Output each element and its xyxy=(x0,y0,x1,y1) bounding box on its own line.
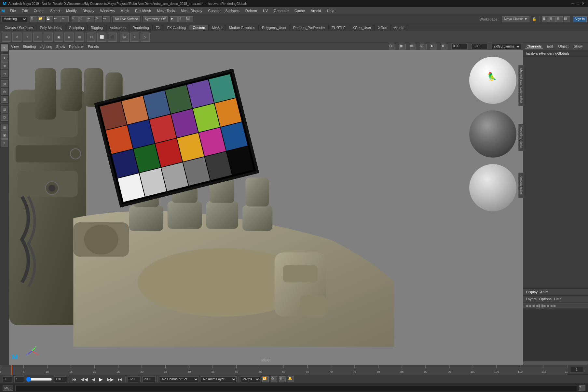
play-end-btn[interactable]: ⏭ xyxy=(117,377,123,382)
rotate-tool-btn[interactable]: ↻ xyxy=(1,62,8,69)
shelf-tab-rigging[interactable]: Rigging xyxy=(88,25,106,30)
vp-tb-icon-1[interactable]: ⬡ xyxy=(389,44,395,49)
menu-item-cache[interactable]: Cache xyxy=(292,8,308,13)
shelf-tab-fx[interactable]: FX xyxy=(153,25,164,30)
menu-item-mesh[interactable]: Mesh xyxy=(118,8,132,13)
tb-icon-4[interactable]: ↩ xyxy=(54,16,61,22)
play-start-btn[interactable]: ⏮ xyxy=(71,377,78,382)
shelf-icon-4[interactable]: ○ xyxy=(33,33,42,42)
play-step-back-btn[interactable]: ◀◀ xyxy=(80,377,89,382)
menu-item-help[interactable]: Help xyxy=(324,8,337,13)
tb-icon-2[interactable]: 📁 xyxy=(38,16,45,22)
layout-icon-2[interactable]: ⊞ xyxy=(549,16,556,22)
modeling-toolkit-toggle[interactable]: Modelling Toolkit xyxy=(518,124,524,151)
vp-menu-shading[interactable]: Shading xyxy=(23,45,36,49)
help-line-icon[interactable]: ? xyxy=(579,385,585,391)
shelf-icon-8[interactable]: ⊞ xyxy=(75,33,84,42)
nav-last[interactable]: ▶▶ xyxy=(551,303,556,308)
shelf-tab-rendering[interactable]: Rendering xyxy=(129,25,153,30)
shelf-icon-7[interactable]: ◈ xyxy=(64,33,74,42)
menu-item-arnold[interactable]: Arnold xyxy=(308,8,324,13)
menu-item-select[interactable]: Select xyxy=(48,8,63,13)
frame-slider-end[interactable] xyxy=(54,376,67,382)
shelf-tab-poly_modeling[interactable]: Poly Modeling xyxy=(36,25,66,30)
tab-show[interactable]: Show xyxy=(572,44,584,49)
snap-tool-btn[interactable]: ⊕ xyxy=(1,80,8,87)
play-step-fwd-btn[interactable]: ▶▶ xyxy=(106,377,115,382)
nav-prev-big[interactable]: ◀ xyxy=(532,303,535,308)
maximize-button[interactable]: □ xyxy=(576,1,580,6)
menu-item-mesh tools[interactable]: Mesh Tools xyxy=(154,8,177,13)
bc-icon-4[interactable]: 🔔 xyxy=(288,376,294,382)
timeline-ruler[interactable]: 0510152025303540455055606570758085909510… xyxy=(0,365,567,375)
menu-item-file[interactable]: File xyxy=(7,8,19,13)
nav-prev[interactable]: ◀▮ xyxy=(535,303,540,308)
vp-tb-icon-3[interactable]: ⊞ xyxy=(410,44,416,49)
play-forward-btn[interactable]: ▶ xyxy=(98,377,104,382)
menu-item-curves[interactable]: Curves xyxy=(206,8,222,13)
shelf-tab-radeon_prorender[interactable]: Radeon_ProRender xyxy=(290,25,329,30)
scale-tool-btn[interactable]: ⇔ xyxy=(1,70,8,77)
anim-layer-dropdown[interactable]: No Anim Layer xyxy=(201,376,237,382)
sidebar-scrollbar[interactable] xyxy=(523,361,588,365)
bc-icon-2[interactable]: ⬡ xyxy=(271,376,277,382)
render-settings-icon[interactable]: 🎞 xyxy=(186,16,193,22)
shelf-tab-xgen_user[interactable]: XGen_User xyxy=(349,25,375,30)
menu-item-edit mesh[interactable]: Edit Mesh xyxy=(132,8,154,13)
menu-item-modify[interactable]: Modify xyxy=(63,8,79,13)
select-tool-icon[interactable]: ↖ xyxy=(72,16,79,22)
vp-tb-icon-4[interactable]: ◎ xyxy=(420,44,427,49)
list-view-btn[interactable]: ≡ xyxy=(1,139,8,147)
shelf-icon-14[interactable]: ▷ xyxy=(141,33,150,42)
vp-menu-lighting[interactable]: Lighting xyxy=(40,45,52,49)
options-btn[interactable]: Options xyxy=(539,297,552,301)
character-set-dropdown[interactable]: No Character Set xyxy=(160,376,199,382)
layout-icon-3[interactable]: ⊟ xyxy=(556,16,563,22)
fps-dropdown[interactable]: 24 fps xyxy=(241,376,260,382)
select-tool-btn[interactable]: ↖ xyxy=(1,44,8,51)
shelf-icon-12[interactable]: ◎ xyxy=(120,33,129,42)
shelf-icon-1[interactable]: ⊕ xyxy=(2,33,11,42)
cb-layer-editor-toggle[interactable]: Channel Box / Layer Editor xyxy=(518,65,524,106)
vp-tb-icon-2[interactable]: ▦ xyxy=(399,44,406,49)
grid-snap-btn[interactable]: ⊠ xyxy=(1,132,8,139)
tb-icon-5[interactable]: ↪ xyxy=(62,16,69,22)
vp-tb-icon-6[interactable]: ⏸ xyxy=(441,44,447,49)
tab-edit[interactable]: Edit xyxy=(545,44,554,49)
shelf-tab-animation[interactable]: Animation xyxy=(106,25,129,30)
frame-start-input[interactable] xyxy=(14,376,24,382)
vp-menu-panels[interactable]: Panels xyxy=(88,45,99,49)
shelf-tab-sculpting[interactable]: Sculpting xyxy=(66,25,88,30)
maya-classic-button[interactable]: Maya Classic ▼ xyxy=(502,16,529,22)
shelf-tab-mash[interactable]: MASH xyxy=(209,25,226,30)
shelf-icon-13[interactable]: ⏸ xyxy=(130,33,139,42)
menu-item-display[interactable]: Display xyxy=(80,8,97,13)
close-button[interactable]: ✕ xyxy=(581,1,585,6)
shelf-icon-6[interactable]: ▣ xyxy=(54,33,63,42)
attribute-editor-toggle[interactable]: Attribute Editor xyxy=(518,173,524,198)
move-tool-icon[interactable]: ✛ xyxy=(87,16,94,22)
shelf-icon-5[interactable]: ⬡ xyxy=(44,33,53,42)
shelf-tab-turtle[interactable]: TURTLE xyxy=(329,25,349,30)
menu-item-uv[interactable]: UV xyxy=(260,8,270,13)
timeline-current-frame[interactable]: 1 xyxy=(570,367,583,373)
layout-icon-4[interactable]: ▤ xyxy=(564,16,570,22)
shelf-icon-9[interactable]: ⊟ xyxy=(87,33,96,42)
move-tool-btn[interactable]: ✛ xyxy=(1,54,8,62)
shelf-tab-arnold[interactable]: Arnold xyxy=(391,25,408,30)
vp-menu-show[interactable]: Show xyxy=(56,45,65,49)
minimize-button[interactable]: — xyxy=(570,1,575,6)
help-btn[interactable]: Help xyxy=(554,297,562,301)
gamma-field[interactable]: 1.00 xyxy=(472,44,488,49)
shelf-tab-xgen[interactable]: XGen xyxy=(375,25,391,30)
ipr-icon[interactable]: ⏸ xyxy=(178,16,185,22)
shelf-tab-polygons_user[interactable]: Polygons_User xyxy=(259,25,290,30)
shelf-icon-2[interactable]: ☀ xyxy=(12,33,21,42)
menu-item-mesh display[interactable]: Mesh Display xyxy=(178,8,205,13)
lock-icon[interactable]: 🔒 xyxy=(532,17,537,21)
lasso-tool-icon[interactable]: ⊂ xyxy=(79,16,87,22)
bc-icon-1[interactable]: 🔁 xyxy=(262,376,269,382)
shelf-tab-motion_graphics[interactable]: Motion Graphics xyxy=(226,25,259,30)
shelf-icon-10[interactable]: ⬜ xyxy=(97,33,106,42)
nav-first[interactable]: ◀◀ xyxy=(525,303,531,308)
